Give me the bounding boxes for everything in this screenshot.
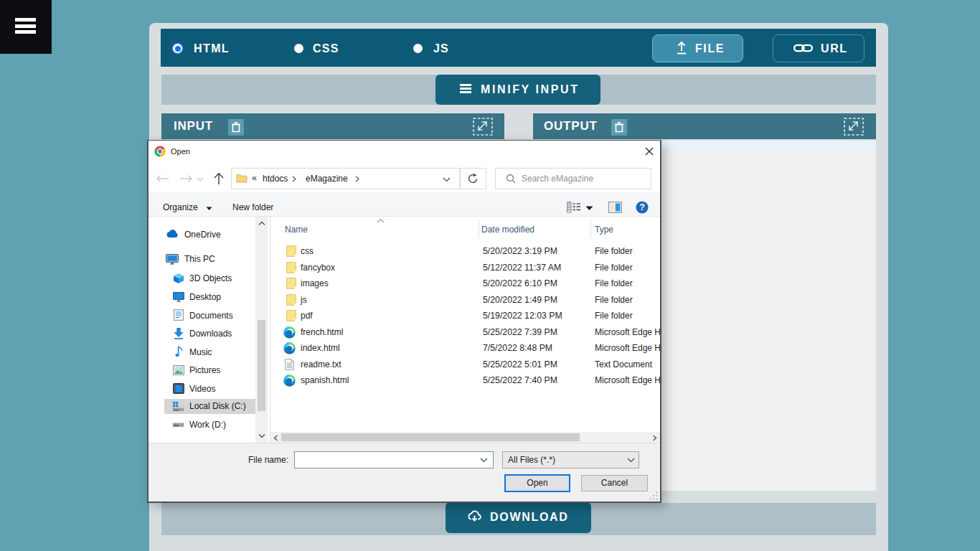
svg-text:?: ? [639, 202, 645, 212]
